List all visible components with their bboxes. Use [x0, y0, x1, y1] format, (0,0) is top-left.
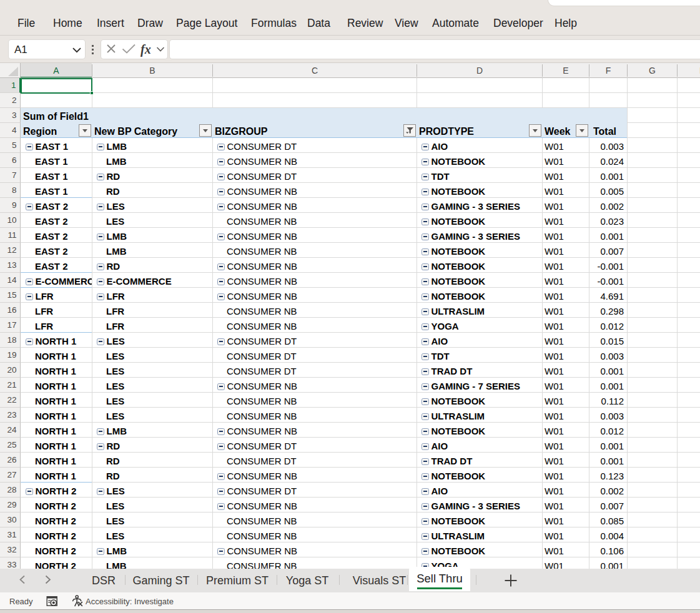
svg-text:fx: fx: [140, 42, 151, 57]
